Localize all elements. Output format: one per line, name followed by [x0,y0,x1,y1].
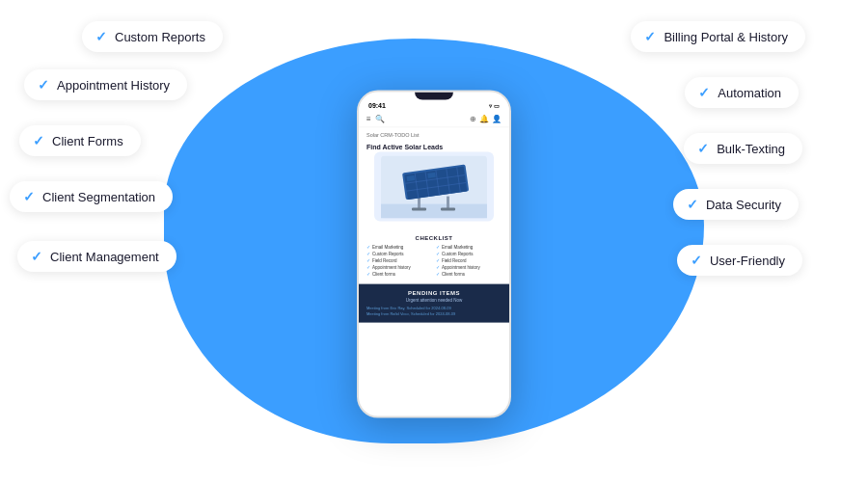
pill-billing: ✓ Billing Portal & History [631,21,805,52]
pending-section: PENDING ITEMS Urgent attention needed No… [359,284,509,323]
pill-label: Appointment History [57,78,170,93]
checklist-section: CHECKLIST ✓ Email Marketing ✓ Email Mark… [359,231,509,281]
checklist-title: CHECKLIST [366,235,502,241]
check-icon: ✓ [436,264,440,270]
search-icon[interactable]: 🔍 [375,115,385,123]
checklist-item: ✓ Email Marketing [366,244,432,250]
pill-label: Automation [718,86,781,100]
check-icon: ✓ [366,264,370,270]
pill-client-segmentation: ✓ Client Segmentation [10,181,173,212]
status-time: 09:41 [368,102,386,109]
menu-icon[interactable]: ≡ [366,115,371,123]
checklist-item: ✓ Custom Reports [366,251,432,256]
checklist-item: ✓ Appointment history [436,264,502,270]
check-icon: ✓ [33,133,44,148]
svg-rect-4 [412,207,426,210]
section-title: Find Active Solar Leads [359,140,509,152]
crm-label: Solar CRM-TODO List [359,128,509,140]
svg-rect-5 [441,207,455,210]
wifi-icon: ▿ [489,102,492,109]
pill-label: Client Forms [52,134,123,148]
pill-client-forms: ✓ Client Forms [19,125,141,156]
svg-rect-2 [418,196,420,209]
pill-appointment-history: ✓ Appointment History [24,69,187,100]
checklist-item: ✓ Custom Reports [436,251,502,256]
pill-label: Client Management [50,250,159,264]
svg-rect-1 [381,203,487,218]
add-icon[interactable]: ⊕ [470,115,476,123]
checklist-item: ✓ Client forms [436,271,502,277]
pill-automation: ✓ Automation [685,77,799,108]
pill-user-friendly: ✓ User-Friendly [677,245,802,276]
check-icon: ✓ [23,189,35,204]
check-icon: ✓ [31,249,42,264]
check-icon: ✓ [691,253,702,268]
pending-item-1: Meeting from Eric Ray, Scheduled for 202… [366,306,502,310]
battery-icon: ▭ [494,102,500,109]
pending-subtitle: Urgent attention needed Now [366,298,502,303]
check-icon: ✓ [38,77,49,93]
pill-client-management: ✓ Client Management [17,241,176,272]
check-icon: ✓ [697,141,709,156]
check-icon: ✓ [436,257,440,263]
phone-notch [415,93,453,100]
bell-icon[interactable]: 🔔 [479,115,489,123]
check-icon: ✓ [366,257,370,263]
check-icon: ✓ [366,244,370,250]
phone-toolbar: ≡ 🔍 ⊕ 🔔 👤 [359,111,509,128]
check-icon: ✓ [436,251,440,256]
pill-label: User-Friendly [710,254,785,268]
checklist-grid: ✓ Email Marketing ✓ Email Marketing ✓ Cu… [366,244,502,277]
pill-label: Bulk-Texting [717,142,785,156]
solar-panel-image [374,152,494,222]
pending-title: PENDING ITEMS [366,290,502,296]
pill-data-security: ✓ Data Security [673,189,799,220]
toolbar-left: ≡ 🔍 [366,115,385,123]
check-icon: ✓ [436,271,440,277]
check-icon: ✓ [95,29,107,44]
pill-custom-reports: ✓ Custom Reports [82,21,223,52]
check-icon: ✓ [687,197,698,212]
checklist-item: ✓ Appointment history [366,264,432,270]
checklist-item: ✓ Client forms [366,271,432,277]
checklist-item: ✓ Field Record [366,257,432,263]
pending-item-2: Meeting from Rafid Voco, Scheduled for 2… [366,311,502,316]
check-icon: ✓ [436,244,440,250]
pill-label: Billing Portal & History [664,30,788,44]
checklist-item: ✓ Email Marketing [436,244,502,250]
toolbar-right: ⊕ 🔔 👤 [470,115,502,123]
checklist-item: ✓ Field Record [436,257,502,263]
check-icon: ✓ [698,85,710,100]
pill-label: Custom Reports [115,30,205,44]
pill-label: Data Security [706,198,781,212]
user-icon[interactable]: 👤 [492,115,502,123]
check-icon: ✓ [366,251,370,256]
pill-label: Client Segmentation [42,190,155,204]
status-icons: ▿ ▭ [489,102,500,109]
phone-mockup: 09:41 ▿ ▭ ≡ 🔍 ⊕ 🔔 👤 Solar CRM-TODO List … [357,91,511,418]
check-icon: ✓ [644,29,656,44]
svg-rect-3 [447,196,449,209]
check-icon: ✓ [366,271,370,277]
pill-bulk-texting: ✓ Bulk-Texting [684,133,802,164]
phone-frame: 09:41 ▿ ▭ ≡ 🔍 ⊕ 🔔 👤 Solar CRM-TODO List … [357,91,511,418]
